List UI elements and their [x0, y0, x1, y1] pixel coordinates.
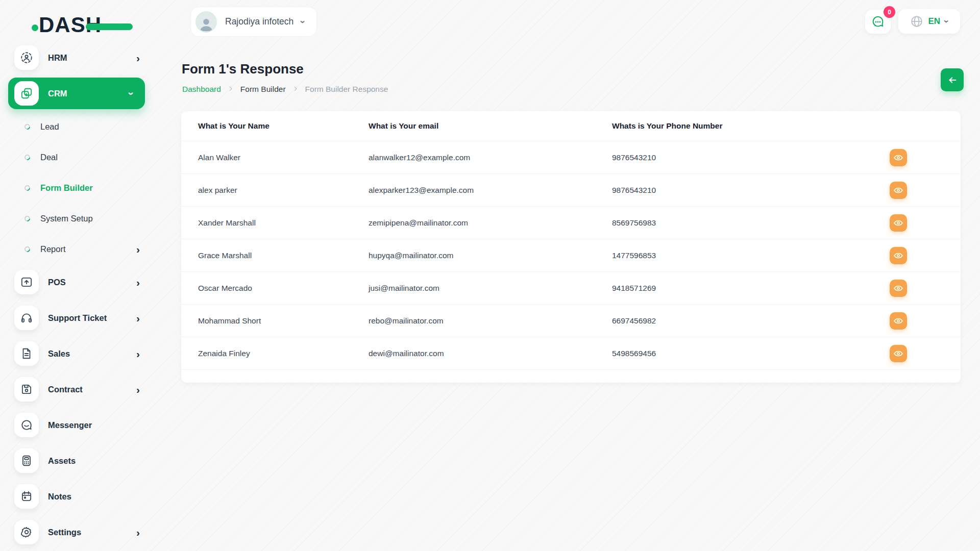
- chevron-right-icon: [292, 85, 299, 94]
- chevron-right-icon: ›: [136, 244, 140, 255]
- view-response-button[interactable]: [890, 312, 907, 330]
- messenger-button[interactable]: 0: [865, 10, 891, 34]
- sidebar-item-contract[interactable]: Contract ›: [0, 371, 153, 407]
- view-response-button[interactable]: [890, 280, 907, 297]
- sidebar-item-settings[interactable]: Settings ›: [0, 514, 153, 550]
- sidebar-item-sales[interactable]: Sales ›: [0, 336, 153, 371]
- cell-name: Oscar Mercado: [181, 284, 369, 293]
- table-row: Grace Marshall hupyqa@mailinator.com 147…: [181, 239, 961, 271]
- chevron-down-icon: ›: [127, 92, 137, 95]
- eye-icon: [893, 153, 903, 163]
- file-text-icon: [14, 341, 39, 366]
- cell-email: jusi@mailinator.com: [369, 284, 612, 293]
- company-avatar: [195, 11, 217, 33]
- arrow-left-icon: [947, 74, 958, 86]
- cell-phone: 8569756983: [612, 218, 877, 228]
- column-header-name: What is Your Name: [181, 121, 369, 131]
- view-response-button[interactable]: [890, 149, 907, 166]
- back-button[interactable]: [941, 68, 964, 91]
- table-row: Alan Walker alanwalker12@example.com 987…: [181, 141, 961, 173]
- chevron-right-icon: ›: [136, 348, 140, 359]
- language-code: EN: [928, 16, 941, 27]
- sidebar-subitem-deal[interactable]: Deal: [0, 142, 153, 172]
- sidebar-item-label: Support Ticket: [48, 313, 136, 323]
- hrm-person-focus-icon: [14, 45, 39, 70]
- sidebar-subitem-report[interactable]: Report ›: [0, 234, 153, 264]
- sidebar-item-label: Contract: [48, 385, 136, 394]
- cell-phone: 5498569456: [612, 349, 877, 358]
- table-row: Mohammad Short rebo@mailinator.com 66974…: [181, 304, 961, 337]
- pos-screen-icon: [14, 270, 39, 294]
- chat-bubble-icon: [871, 15, 885, 29]
- cell-phone: 9418571269: [612, 284, 877, 293]
- eye-icon: [893, 316, 903, 326]
- eye-icon: [893, 218, 903, 228]
- sidebar-item-notes[interactable]: Notes: [0, 479, 153, 514]
- responses-table: What is Your Name What is Your email Wha…: [181, 111, 961, 383]
- view-response-button[interactable]: [890, 345, 907, 362]
- crm-icon: [14, 81, 39, 106]
- gear-icon: [14, 520, 39, 544]
- sidebar-item-messenger[interactable]: Messenger: [0, 407, 153, 443]
- cell-name: Mohammad Short: [181, 316, 369, 325]
- column-header-phone: Whats is Your Phone Number: [612, 121, 877, 131]
- cell-name: Grace Marshall: [181, 251, 369, 260]
- sidebar-subitem-system-setup[interactable]: System Setup: [0, 203, 153, 234]
- sidebar-item-label: Sales: [48, 349, 136, 359]
- sidebar-subitem-label: Lead: [40, 122, 140, 132]
- sidebar-item-label: Notes: [48, 492, 140, 502]
- cell-email: alanwalker12@example.com: [369, 153, 612, 162]
- breadcrumb-dashboard[interactable]: Dashboard: [182, 85, 221, 94]
- breadcrumb-current: Form Builder Response: [305, 85, 388, 94]
- chevron-right-icon: ›: [136, 384, 140, 395]
- cell-phone: 1477596853: [612, 251, 877, 260]
- column-header-email: What is Your email: [369, 121, 612, 131]
- sidebar-item-support-ticket[interactable]: Support Ticket ›: [0, 300, 153, 336]
- sidebar-subitem-form-builder[interactable]: Form Builder: [0, 172, 153, 203]
- eye-icon: [893, 185, 903, 195]
- sidebar-subitem-lead[interactable]: Lead: [0, 111, 153, 142]
- cell-email: hupyqa@mailinator.com: [369, 251, 612, 260]
- chevron-right-icon: ›: [136, 527, 140, 538]
- sidebar-item-crm[interactable]: CRM ›: [8, 78, 145, 109]
- sidebar-item-pos[interactable]: POS ›: [0, 264, 153, 300]
- eye-icon: [893, 348, 903, 359]
- bullet-icon: [23, 245, 31, 253]
- sidebar-item-hrm[interactable]: HRM ›: [0, 40, 153, 76]
- breadcrumb-form-builder[interactable]: Form Builder: [240, 85, 286, 94]
- sidebar-nav: HRM › CRM › Lead Deal Form Builder Syste…: [0, 40, 153, 550]
- chevron-right-icon: ›: [136, 277, 140, 288]
- company-name: Rajodiya infotech: [225, 16, 293, 27]
- cell-name: Xander Marshall: [181, 218, 369, 228]
- view-response-button[interactable]: [890, 214, 907, 232]
- eye-icon: [893, 251, 903, 261]
- bullet-icon: [23, 184, 31, 191]
- headphones-icon: [14, 306, 39, 330]
- sidebar-subitem-label: Deal: [40, 153, 140, 162]
- cell-email: zemipipena@mailinator.com: [369, 218, 612, 228]
- save-icon: [14, 377, 39, 402]
- logo-dot: [32, 24, 38, 31]
- company-selector[interactable]: Rajodiya infotech ›: [190, 7, 317, 37]
- table-row: Zenaida Finley dewi@mailinator.com 54985…: [181, 337, 961, 369]
- chat-badge: 0: [884, 6, 895, 18]
- language-selector[interactable]: EN ›: [898, 9, 960, 34]
- chevron-down-icon: ›: [298, 20, 309, 23]
- sidebar-item-assets[interactable]: Assets: [0, 443, 153, 479]
- view-response-button[interactable]: [890, 182, 907, 199]
- page-title: Form 1's Response: [182, 61, 304, 77]
- cell-name: Zenaida Finley: [181, 349, 369, 358]
- sidebar-item-label: CRM: [48, 89, 130, 98]
- chat-bubble-icon: [14, 413, 39, 437]
- sidebar-item-label: POS: [48, 278, 136, 287]
- table-row: Oscar Mercado jusi@mailinator.com 941857…: [181, 271, 961, 304]
- chevron-right-icon: ›: [136, 53, 140, 63]
- calculator-icon: [14, 448, 39, 473]
- app-logo[interactable]: DASH: [39, 12, 126, 38]
- cell-phone: 9876543210: [612, 153, 877, 162]
- sidebar-item-label: HRM: [48, 53, 136, 63]
- sidebar-subitem-label: Report: [40, 244, 136, 254]
- sidebar: DASH HRM › CRM › Lead Deal Fo: [0, 0, 153, 551]
- view-response-button[interactable]: [890, 247, 907, 264]
- sidebar-subitem-label: Form Builder: [40, 183, 140, 193]
